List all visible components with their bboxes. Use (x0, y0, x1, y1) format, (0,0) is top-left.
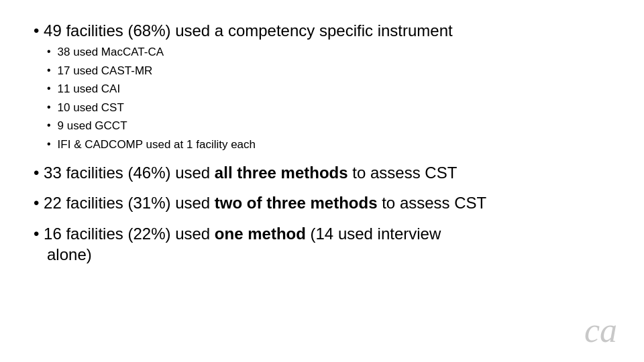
bullet-4-text: • 16 facilities (22%) used one method (1… (34, 223, 441, 265)
bullet-1-text: • 49 facilities (68%) used a competency … (34, 20, 453, 41)
sub-bullet-1-6-text: IFI & CADCOMP used at 1 facility each (58, 136, 256, 154)
sub-bullets-1: • 38 used MacCAT-CA • 17 used CAST-MR • … (47, 44, 610, 153)
sub-bullet-dot: • (47, 117, 51, 133)
bullet-2: • 33 facilities (46%) used all three met… (34, 162, 610, 183)
watermark: ca (584, 310, 617, 350)
sub-bullet-1-4: • 10 used CST (47, 99, 610, 117)
content-area: • 49 facilities (68%) used a competency … (34, 20, 610, 265)
sub-bullet-1-5-text: 9 used GCCT (58, 117, 127, 135)
sub-bullet-1-3: • 11 used CAI (47, 80, 610, 98)
sub-bullet-dot: • (47, 136, 51, 152)
sub-bullet-1-6: • IFI & CADCOMP used at 1 facility each (47, 136, 610, 154)
sub-bullet-dot: • (47, 44, 51, 60)
sub-bullet-dot: • (47, 99, 51, 115)
bullet-3: • 22 facilities (31%) used two of three … (34, 192, 610, 213)
bullet-3-text: • 22 facilities (31%) used two of three … (34, 192, 486, 213)
bullet-1: • 49 facilities (68%) used a competency … (34, 20, 610, 153)
sub-bullet-1-2: • 17 used CAST-MR (47, 62, 610, 80)
sub-bullet-dot: • (47, 80, 51, 97)
sub-bullet-1-1: • 38 used MacCAT-CA (47, 44, 610, 61)
sub-bullet-1-5: • 9 used GCCT (47, 117, 610, 135)
slide: • 49 facilities (68%) used a competency … (0, 0, 644, 362)
sub-bullet-1-3-text: 11 used CAI (58, 80, 121, 98)
sub-bullet-dot: • (47, 62, 51, 78)
bullet-4: • 16 facilities (22%) used one method (1… (34, 223, 610, 265)
sub-bullet-1-1-text: 38 used MacCAT-CA (58, 44, 164, 61)
sub-bullet-1-4-text: 10 used CST (58, 99, 124, 117)
bullet-2-text: • 33 facilities (46%) used all three met… (34, 162, 457, 183)
sub-bullet-1-2-text: 17 used CAST-MR (58, 62, 153, 80)
